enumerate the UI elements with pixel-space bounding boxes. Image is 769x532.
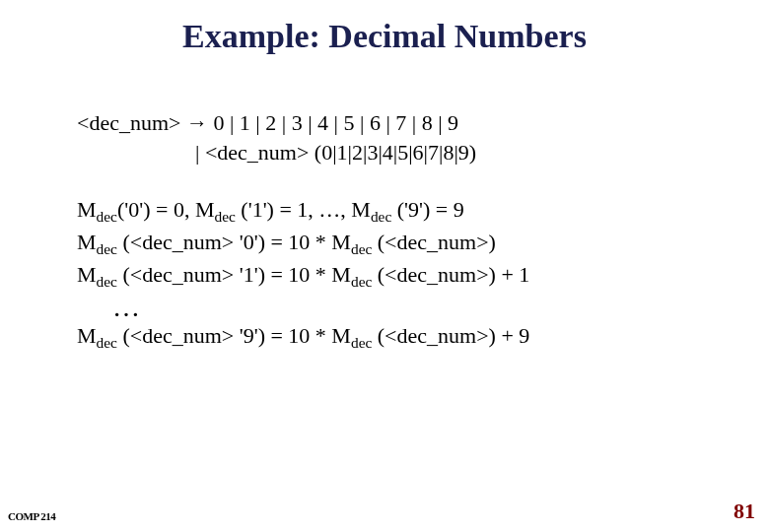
text: M	[77, 262, 97, 287]
subscript: dec	[97, 274, 117, 291]
text: (<dec_num>) + 1	[372, 262, 529, 287]
subscript: dec	[97, 208, 117, 225]
subscript: dec	[351, 334, 372, 351]
text: M	[77, 230, 97, 254]
semantics-line-1: Mdec('0') = 0, Mdec ('1') = 1, …, Mdec (…	[77, 195, 728, 228]
semantics-block: Mdec('0') = 0, Mdec ('1') = 1, …, Mdec (…	[77, 195, 728, 354]
semantics-ellipsis: …	[77, 294, 728, 321]
text: ('9') = 9	[391, 197, 464, 222]
subscript: dec	[371, 208, 391, 225]
slide-title: Example: Decimal Numbers	[0, 18, 769, 55]
semantics-line-3: Mdec (<dec_num> '1') = 10 * Mdec (<dec_n…	[77, 260, 728, 293]
grammar-block: <dec_num> → 0 | 1 | 2 | 3 | 4 | 5 | 6 | …	[77, 108, 708, 166]
subscript: dec	[351, 274, 372, 291]
grammar-line-1: <dec_num> → 0 | 1 | 2 | 3 | 4 | 5 | 6 | …	[77, 108, 708, 138]
grammar-line-2: | <dec_num> (0|1|2|3|4|5|6|7|8|9)	[77, 138, 708, 167]
page-number: 81	[734, 499, 755, 524]
text: (<dec_num> '9') = 10 * M	[117, 323, 351, 348]
subscript: dec	[214, 208, 235, 225]
text: M	[77, 323, 97, 348]
text: (<dec_num> '0') = 10 * M	[117, 230, 351, 254]
subscript: dec	[97, 241, 117, 258]
semantics-line-4: Mdec (<dec_num> '9') = 10 * Mdec (<dec_n…	[77, 321, 728, 354]
subscript: dec	[97, 334, 117, 351]
slide: Example: Decimal Numbers <dec_num> → 0 |…	[0, 0, 769, 532]
text: ('1') = 1, …, M	[236, 197, 371, 222]
footer-course-code: COMP 214	[8, 510, 55, 522]
text: ('0') = 0, M	[117, 197, 215, 222]
semantics-line-2: Mdec (<dec_num> '0') = 10 * Mdec (<dec_n…	[77, 228, 728, 260]
text: (<dec_num> '1') = 10 * M	[117, 262, 351, 287]
text: (<dec_num>) + 9	[372, 323, 529, 348]
text: M	[77, 197, 97, 222]
text: (<dec_num>)	[372, 230, 496, 254]
subscript: dec	[351, 241, 372, 258]
